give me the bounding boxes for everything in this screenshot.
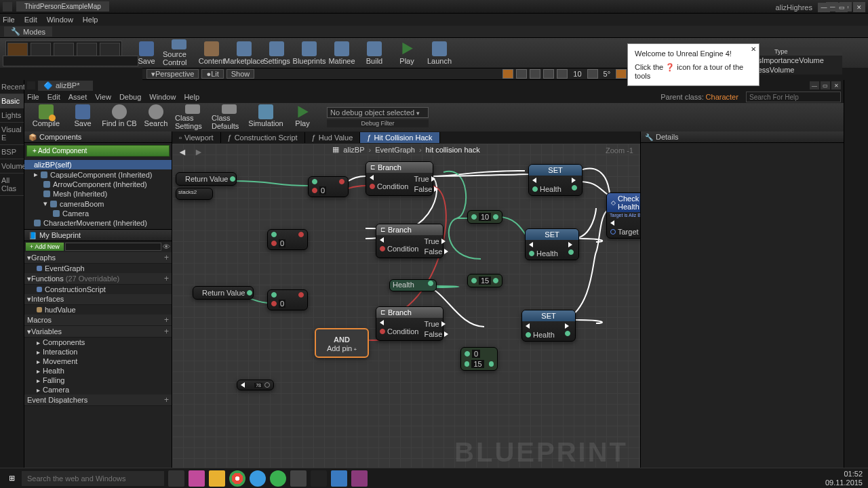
modes-cat-visual[interactable]: Visual E — [0, 123, 24, 145]
bp-menu-asset[interactable]: Asset — [68, 93, 87, 101]
outliner-col-type[interactable]: Type — [774, 48, 840, 55]
node-health-get[interactable]: Health — [389, 279, 437, 291]
account-max-button[interactable]: ▭ — [835, 3, 848, 12]
grid-snap-value[interactable]: 10 — [570, 70, 584, 78]
menu-file[interactable]: File — [3, 16, 15, 24]
bp-play-button[interactable]: Play — [285, 104, 320, 130]
find-in-cb-button[interactable]: Find in CB — [102, 104, 137, 130]
mybp-header[interactable]: 📘 My Blueprint — [24, 230, 172, 241]
bp-tab[interactable]: 🔷alizBP* — [38, 81, 93, 91]
bp-save-button[interactable]: Save — [65, 104, 100, 130]
hudvalue-tab[interactable]: ƒ Hud Value — [305, 132, 361, 143]
matinee-button[interactable]: Matinee — [326, 39, 358, 66]
bp-maximize-button[interactable]: ▭ — [821, 81, 830, 89]
account-name[interactable]: alizHighres — [776, 3, 812, 12]
node-compare2[interactable]: 0 — [267, 229, 308, 250]
modes-cat-lights[interactable]: Lights — [0, 108, 24, 123]
source-control-button[interactable]: Source Control — [163, 39, 195, 66]
bp-close-button[interactable]: ✕ — [831, 81, 841, 89]
snap-select-icon[interactable] — [502, 69, 513, 79]
grid-snap-icon[interactable] — [557, 69, 568, 79]
bp-menu-view[interactable]: View — [95, 93, 111, 101]
graph-canvas[interactable]: ◄ ► ▦ alizBP › EventGraph › hit collisio… — [172, 144, 640, 474]
var-item[interactable]: ▸Health — [24, 366, 172, 375]
account-min-button[interactable]: — — [818, 3, 830, 12]
viewport-tab[interactable]: ▫ Viewport — [172, 132, 221, 143]
modes-search-input[interactable] — [3, 56, 138, 66]
class-defaults-button[interactable]: Class Defaults — [212, 104, 247, 130]
node-branch1[interactable]: ⊏ Branch Condition TrueFalse — [366, 161, 433, 196]
node-returnvalue2[interactable]: Return Value — [193, 286, 254, 300]
details-header[interactable]: 🔧 Details — [641, 131, 844, 143]
class-settings-button[interactable]: Class Settings — [175, 104, 210, 130]
angle-snap-icon[interactable] — [587, 69, 598, 79]
node-set2[interactable]: SET Health — [525, 228, 579, 260]
node-set1[interactable]: SET Health — [528, 164, 583, 196]
component-root[interactable]: alizBP(self) — [24, 160, 172, 169]
marketplace-button[interactable]: Marketplace — [228, 39, 260, 66]
modes-cat-recent[interactable]: Recent — [0, 80, 24, 94]
crumb-current[interactable]: hit collision hack — [426, 146, 480, 154]
close-tooltip-icon[interactable]: ✕ — [751, 45, 756, 53]
node-compare1[interactable]: 0 — [308, 176, 349, 197]
modes-cat-all[interactable]: All Clas — [0, 174, 24, 196]
node-compare3[interactable]: 0 — [267, 289, 308, 310]
construction-tab[interactable]: ƒ Construction Script — [221, 132, 305, 143]
crumb-eventgraph[interactable]: EventGraph — [375, 146, 415, 154]
add-component-button[interactable]: + Add Component — [26, 145, 170, 157]
component-item[interactable]: ▾cameraBoom — [24, 199, 172, 209]
construction-item[interactable]: ConstructionScript — [24, 285, 172, 294]
modes-cat-bsp[interactable]: BSP — [0, 145, 24, 159]
content-button[interactable]: Content — [195, 39, 228, 66]
modes-cat-basic[interactable]: Basic — [0, 94, 24, 108]
interfaces-category[interactable]: ▾Interfaces — [24, 294, 172, 305]
bp-menu-file[interactable]: File — [27, 93, 39, 101]
node-stack[interactable]: stacks2 — [176, 188, 213, 200]
play-button[interactable]: Play — [391, 39, 423, 66]
node-branch3[interactable]: ⊏ Branch Condition TrueFalse — [376, 306, 443, 341]
show-dropdown[interactable]: Show — [226, 69, 255, 79]
component-item[interactable]: CharacterMovement (Inherited) — [24, 218, 172, 228]
node-branch2[interactable]: ⊏ Branch Condition TrueFalse — [376, 224, 443, 258]
node-reroute[interactable]: 78 — [237, 380, 274, 390]
snap-scale-icon[interactable] — [543, 69, 554, 79]
lit-dropdown[interactable]: ● Lit — [201, 69, 223, 79]
component-item[interactable]: Camera — [24, 209, 172, 218]
mybp-search-input[interactable] — [65, 243, 161, 251]
var-item[interactable]: ▸Camera — [24, 385, 172, 394]
taskbar-app-icon[interactable] — [351, 470, 368, 487]
snap-translate-icon[interactable] — [516, 69, 527, 79]
hudvalue-item[interactable]: hudValue — [24, 305, 172, 314]
modes-tab[interactable]: 🔧 Modes — [4, 26, 52, 37]
simulation-button[interactable]: Simulation — [248, 104, 283, 130]
nav-back-icon[interactable]: ◄ — [178, 146, 190, 156]
start-button[interactable]: ⊞ — [5, 472, 18, 485]
taskbar-clock[interactable]: 01:52 09.11.2015 — [825, 470, 863, 486]
bp-menu-debug[interactable]: Debug — [119, 93, 141, 101]
taskbar-app-icon[interactable] — [209, 470, 225, 487]
ue4-taskbar-icon[interactable] — [311, 470, 327, 487]
debug-object-dropdown[interactable]: No debug object selected ▾ — [327, 107, 429, 118]
crumb-bp[interactable]: alizBP — [343, 146, 364, 154]
graphs-category[interactable]: ▾Graphs+ — [24, 252, 172, 264]
functions-category[interactable]: ▾Functions (27 Overridable)+ — [24, 273, 172, 285]
component-item[interactable]: ▸CapsuleComponent (Inherited) — [24, 169, 172, 180]
node-val15[interactable]: 15 — [467, 274, 502, 287]
node-and[interactable]: AND Add pin + — [315, 328, 369, 358]
menu-window[interactable]: Window — [47, 16, 73, 24]
build-button[interactable]: Build — [358, 39, 391, 66]
node-checkhealth[interactable]: ◇ Check Health Target is Aliz BP Target … — [606, 192, 640, 239]
eye-icon[interactable]: 👁 — [163, 243, 170, 251]
compile-button[interactable]: Compile — [28, 104, 64, 130]
taskbar-app-icon[interactable] — [331, 470, 347, 487]
node-returnvalue[interactable]: Return Value — [176, 172, 237, 186]
settings-button[interactable]: Settings — [260, 39, 293, 66]
parent-class-link[interactable]: Character — [706, 93, 738, 101]
hitcollision-tab[interactable]: ƒ Hit Collision Hack — [360, 132, 439, 143]
variables-category[interactable]: ▾Variables+ — [24, 326, 172, 338]
add-new-button[interactable]: + Add New — [26, 243, 64, 251]
modes-cat-volume[interactable]: Volume — [0, 159, 24, 174]
skype-icon[interactable] — [250, 470, 266, 487]
var-item[interactable]: ▸Interaction — [24, 347, 172, 357]
bp-menu-edit[interactable]: Edit — [47, 93, 60, 101]
